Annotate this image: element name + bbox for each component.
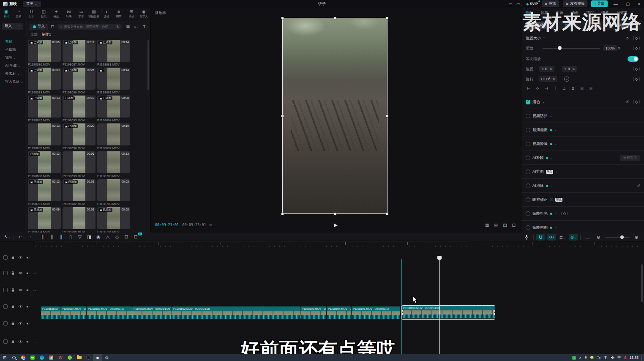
tab-sticker[interactable]: ◫ 贴纸 [38,8,50,21]
timeline-clip[interactable]: P1198690.MOV00:00:01:09 [132,306,172,319]
section-checkbox[interactable] [526,100,530,104]
rotate-knob[interactable]: – [564,77,569,82]
layout-switch-icon[interactable]: ▭⌄ [516,2,522,6]
tray-app-icon[interactable] [590,356,594,359]
group-button[interactable]: ⊟ 新 [131,233,140,241]
section-checkbox[interactable] [526,156,530,160]
media-scrollbar[interactable] [147,40,149,90]
timeline-zoom-in[interactable]: ⊕ [632,234,641,241]
tray-volume-icon[interactable] [611,356,614,359]
media-card[interactable]: ▣已添加 00:13 P1198692.MOV [28,96,61,122]
chevron-down-icon[interactable]: ⌄ [554,226,557,229]
align-top-button[interactable]: ⊤ [552,85,558,91]
section-checkbox[interactable] [526,197,530,202]
media-card[interactable]: 已添加 00:10 P1198693.MOV [63,96,96,122]
scale-value[interactable]: 100% [603,45,617,51]
rail-sub-draft[interactable]: 子草稿 [0,46,26,54]
track-type-icon[interactable] [3,288,8,292]
track-type-icon[interactable] [3,321,8,325]
layout-panel-icon[interactable]: ▭ [508,2,512,6]
media-card[interactable]: 00:13 P1198695.MOV [28,123,61,150]
lock-icon[interactable] [11,255,15,260]
resize-handle[interactable] [386,213,388,215]
menu-button[interactable]: 菜单 ⌄ [23,1,41,7]
eye-icon[interactable] [18,288,23,292]
tab-media[interactable]: ▣ 素材 [0,8,13,21]
chevron-down-icon[interactable]: ⌄ [551,184,553,187]
mirror-button[interactable]: △ [103,233,112,241]
tray-expand-icon[interactable]: ∧ [579,356,581,360]
sec-ai-expand[interactable]: AI扩图 限免 ⌄ [521,164,644,178]
timeline-clip-selected[interactable]: P1198698.MOV00:00:03:00 [401,305,495,320]
track-more-icon[interactable]: -- [33,340,36,344]
ime-indicator[interactable]: 中 [617,355,621,360]
mute-icon[interactable] [26,256,30,260]
track-more-icon[interactable]: -- [33,271,36,275]
clock[interactable]: 15:35 [630,356,639,360]
media-card[interactable]: ▣已添加 00:09 P1198689.MOV [28,68,61,94]
timeline-clip[interactable]: P1198694.MOV00: [327,306,351,319]
apply-all-button[interactable]: 全部应用 [620,155,640,161]
section-checkbox[interactable] [526,142,530,146]
resize-handle[interactable] [334,17,336,19]
section-checkbox[interactable] [526,225,530,230]
media-card[interactable]: ▣ 00:14 P1198691.MOV [97,68,130,94]
taskbar-wps[interactable]: W [56,354,65,361]
grid-view-toggle[interactable]: ▦ [126,25,130,29]
breadcrumb-current[interactable]: 制作1 [42,32,51,37]
section-checkbox[interactable] [526,183,530,188]
link-toggle[interactable] [547,234,556,241]
resize-handle[interactable] [281,115,284,117]
frames-menu-icon[interactable]: ⊞ [210,223,212,227]
distribute-v-button[interactable]: ▣ [588,85,594,91]
timeline-zoom-out[interactable]: ⊖ [594,234,603,241]
cover-button[interactable]: ▭ [583,234,592,241]
resize-handle[interactable] [386,17,388,19]
scale-stepper[interactable]: ⇅ [618,46,621,50]
timeline-clip[interactable]: P1198696.MOV00:00:01:14 [352,306,400,319]
media-card[interactable]: ▣已添加 00:08 P1198706.MOV [97,207,130,234]
rail-mine[interactable]: 我的 ⌄ [0,54,26,62]
track-more-icon[interactable]: -- [33,305,36,309]
align-bottom-button[interactable]: ⊻ [570,85,576,91]
sogou-icon[interactable]: S [624,356,627,360]
media-card[interactable]: 00:33 P1198700.MOV [97,151,130,178]
position-y-value[interactable]: 0 [568,67,570,71]
tab-transitions[interactable]: ⋈ 转场 [63,8,75,21]
sec-ai-remove[interactable]: AI消除 ◆ ⌄ ↺ [521,178,644,192]
align-right-button[interactable]: ⊣ [543,85,549,91]
quality-button[interactable]: ▦ [485,223,489,227]
track-type-icon[interactable] [3,255,8,260]
select-tool[interactable]: ↖ ⌄ [3,233,12,241]
media-card[interactable]: 00:10 P1198697.MOV [97,123,130,150]
timeline-zoom-thumb[interactable] [620,235,624,239]
sec-stabilize[interactable]: 视频防抖 ⌄ [521,109,644,123]
rotate-value[interactable]: 0.00° [541,77,550,81]
taskbar-edge[interactable] [37,354,46,361]
track-more-icon[interactable]: -- [33,322,36,325]
chevron-down-icon[interactable]: ⌄ [551,156,553,159]
trim-handle-left[interactable] [401,310,403,315]
close-button[interactable]: × [636,2,642,6]
mute-icon[interactable] [26,305,30,309]
breadcrumb-all[interactable]: 全部 [30,32,38,37]
view-split-icon[interactable]: ⊟ [51,25,54,29]
taskbar-x-app[interactable]: X [46,354,56,361]
keyframe-icon[interactable]: ◇ [635,67,638,71]
collapse-icon[interactable]: ⌃ [543,36,545,40]
chevron-down-icon[interactable]: ⌄ [550,114,552,118]
playhead-handle[interactable] [437,256,442,261]
media-card[interactable]: ▣已添加 00:12 P1198701.MOV [28,179,61,206]
timeline-clip[interactable]: P1198686.M [41,306,60,319]
position-x-value[interactable]: 0 [545,67,547,71]
chevron-down-icon[interactable]: ⌄ [542,100,545,104]
preview-quality-icon[interactable]: ◎ [494,223,498,227]
eye-icon[interactable] [18,271,23,275]
taskbar-settings[interactable]: ⚙ [102,354,112,361]
resize-handle[interactable] [281,17,284,19]
scale-slider-thumb[interactable] [558,46,562,50]
eye-icon[interactable] [18,322,23,325]
toolbar-divider[interactable] [14,235,14,240]
restore-button[interactable]: ▢ [624,2,632,6]
media-card[interactable]: ▣已添加 00:11 P1198687.MOV [63,40,96,66]
